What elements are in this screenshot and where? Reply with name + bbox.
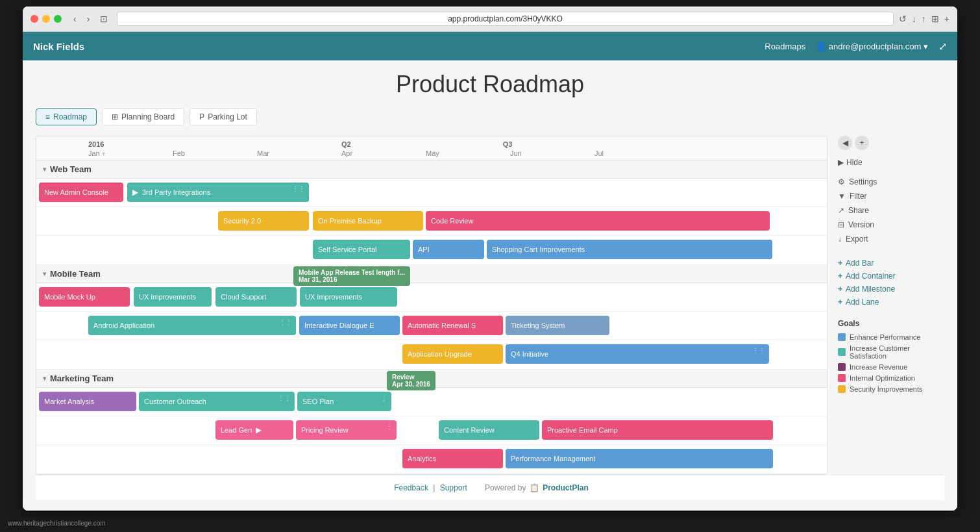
bar-new-admin-console[interactable]: New Admin Console — [39, 183, 123, 202]
fullscreen-button[interactable]: ⤢ — [938, 40, 947, 53]
bar-cloud-support[interactable]: Cloud Support — [215, 287, 297, 307]
tab-parking-lot[interactable]: P Parking Lot — [190, 108, 257, 125]
add-lane-icon: + — [838, 298, 842, 307]
support-link[interactable]: Support — [440, 483, 467, 492]
bar-market-analysis[interactable]: Market Analysis — [39, 392, 136, 411]
goal-dot-revenue — [838, 363, 846, 371]
browser-actions: ↺ ↓ ↑ ⊞ + — [899, 14, 949, 24]
web-team-chevron[interactable]: ▾ — [43, 166, 46, 173]
marketing-lane-1: Market Analysis Customer Outreach ⋮⋮ SEO… — [36, 388, 827, 416]
bar-proactive-email[interactable]: Proactive Email Camp — [542, 420, 773, 440]
roadmap-container: 2016 Q2 Q3 Jan ▾ Feb Mar Apr May Jun Jul — [36, 136, 944, 475]
mobile-team-chevron[interactable]: ▾ — [43, 270, 46, 277]
forward-button[interactable]: › — [83, 12, 94, 25]
month-feb: Feb — [173, 149, 257, 157]
app-title: Nick Fields — [33, 41, 84, 52]
reading-mode-button[interactable]: ⊡ — [96, 12, 112, 25]
bar-mobile-mockup[interactable]: Mobile Mock Up — [39, 287, 130, 307]
hide-sidebar-btn[interactable]: ▶ Hide — [838, 158, 944, 167]
bar-shopping-cart[interactable]: Shopping Cart Improvements — [487, 240, 772, 259]
bar-android-application[interactable]: Android Application ⋮⋮ — [88, 316, 296, 335]
header-right: Roadmaps 👤 andre@productplan.com ▾ ⤢ — [765, 40, 947, 53]
add-container-btn[interactable]: + Add Container — [838, 270, 944, 283]
nav-left[interactable]: ◀ — [838, 136, 852, 150]
bar-interactive-dialogue[interactable]: Interactive Dialogue E — [299, 316, 400, 335]
browser-chrome: ‹ › ⊡ app.productplan.com/3H0yVKKO ↺ ↓ ↑… — [23, 6, 957, 32]
export-link[interactable]: ↓ Export — [838, 232, 944, 246]
goal-increase-revenue: Increase Revenue — [838, 363, 944, 371]
back-button[interactable]: ‹ — [69, 12, 80, 25]
add-container-icon: + — [838, 272, 842, 281]
main-content: Product Roadmap ≡ Roadmap ⊞ Planning Boa… — [23, 60, 957, 511]
download-icon[interactable]: ↓ — [912, 14, 916, 24]
bar-analytics[interactable]: Analytics — [402, 449, 503, 468]
add-items-section: + Add Bar + Add Container + Add Mileston… — [838, 257, 944, 309]
goal-dot-enhance — [838, 333, 846, 341]
nav-buttons: ‹ › ⊡ — [69, 12, 112, 25]
add-tab-icon[interactable]: + — [944, 14, 949, 24]
share-link[interactable]: ↗ Share — [838, 203, 944, 218]
goal-security-improvements: Security Improvements — [838, 385, 944, 393]
bar-performance-management[interactable]: Performance Management — [506, 449, 773, 468]
settings-label: Settings — [849, 177, 877, 186]
minimize-button[interactable] — [42, 15, 50, 23]
bar-on-premise-backup[interactable]: On Premise Backup — [313, 211, 423, 231]
goal-label-revenue: Increase Revenue — [850, 363, 907, 371]
milestone-review[interactable]: Review Apr 30, 2016 — [387, 371, 435, 390]
user-menu[interactable]: 👤 andre@productplan.com ▾ — [816, 42, 928, 51]
settings-link[interactable]: ⚙ Settings — [838, 175, 944, 189]
maximize-button[interactable] — [54, 15, 62, 23]
lead-gen-arrow: ▶ — [256, 425, 262, 435]
filter-link[interactable]: ▼ Filter — [838, 189, 944, 203]
goal-label-satisfaction: Increase Customer Satisfaction — [850, 344, 944, 360]
bar-ux-improvements-2[interactable]: UX Improvements — [300, 287, 397, 307]
roadmap-tab-icon: ≡ — [45, 112, 50, 121]
parking-lot-tab-icon: P — [199, 112, 204, 121]
new-tab-icon[interactable]: ⊞ — [931, 14, 939, 24]
tab-bar: ≡ Roadmap ⊞ Planning Board P Parking Lot — [36, 108, 944, 125]
reload-icon[interactable]: ↺ — [899, 14, 907, 24]
bar-lead-gen[interactable]: Lead Gen ▶ — [215, 420, 293, 440]
roadmaps-link[interactable]: Roadmaps — [765, 42, 805, 51]
marketing-team-chevron[interactable]: ▾ — [43, 375, 46, 382]
goal-internal-optimization: Internal Optimization — [838, 374, 944, 382]
goals-title: Goals — [838, 319, 944, 328]
bar-api[interactable]: API — [413, 240, 484, 259]
team-mobile: ▾ Mobile Team Mobile App Release Test le… — [36, 265, 827, 370]
address-bar[interactable]: app.productplan.com/3H0yVKKO — [117, 12, 893, 26]
bar-security-2[interactable]: Security 2.0 — [218, 211, 309, 231]
add-lane-btn[interactable]: + Add Lane — [838, 296, 944, 309]
close-button[interactable] — [31, 15, 38, 23]
bar-q4-initiative[interactable]: Q4 Initiative ⋮⋮ — [506, 344, 769, 364]
bar-self-service-portal[interactable]: Self Service Portal — [313, 240, 410, 259]
bar-content-review[interactable]: Content Review — [439, 420, 539, 440]
nav-plus[interactable]: + — [855, 136, 869, 150]
bottom-bar: www.heritagechristiancollege.com — [0, 517, 980, 529]
version-label: Version — [848, 220, 874, 229]
add-container-label: Add Container — [846, 272, 896, 281]
expand-icon-3: ⋮⋮ — [752, 347, 765, 354]
milestone-mobile-app[interactable]: Mobile App Release Test length f... Mar … — [293, 266, 410, 286]
bar-automatic-renewal[interactable]: Automatic Renewal S — [402, 316, 503, 335]
bar-ticketing-system[interactable]: Ticketing System — [506, 316, 609, 335]
bar-code-review[interactable]: Code Review — [426, 211, 770, 231]
brand-name: ProductPlan — [543, 483, 589, 492]
planning-board-tab-icon: ⊞ — [112, 112, 118, 121]
roadmap-tab-label: Roadmap — [53, 112, 87, 121]
bar-pricing-review[interactable]: Pricing Review ⋮ — [296, 420, 397, 440]
bar-3rd-party-integrations[interactable]: ▶ 3rd Party Integrations ⋮⋮ — [127, 183, 309, 202]
parking-lot-tab-label: Parking Lot — [208, 112, 247, 121]
add-milestone-btn[interactable]: + Add Milestone — [838, 283, 944, 296]
bar-application-upgrade[interactable]: Application Upgrade — [402, 344, 503, 364]
version-link[interactable]: ⊟ Version — [838, 218, 944, 232]
goal-label-security: Security Improvements — [850, 385, 922, 393]
tab-planning-board[interactable]: ⊞ Planning Board — [102, 108, 184, 125]
bar-customer-outreach[interactable]: Customer Outreach ⋮⋮ — [139, 392, 295, 411]
feedback-link[interactable]: Feedback — [394, 483, 428, 492]
share-icon[interactable]: ↑ — [922, 14, 926, 24]
bar-ux-improvements-1[interactable]: UX Improvements — [134, 287, 212, 307]
tab-roadmap[interactable]: ≡ Roadmap — [36, 108, 97, 125]
team-mobile-header: ▾ Mobile Team Mobile App Release Test le… — [36, 265, 827, 283]
bar-seo-plan[interactable]: SEO Plan ⋮ — [297, 392, 391, 411]
add-bar-btn[interactable]: + Add Bar — [838, 257, 944, 270]
